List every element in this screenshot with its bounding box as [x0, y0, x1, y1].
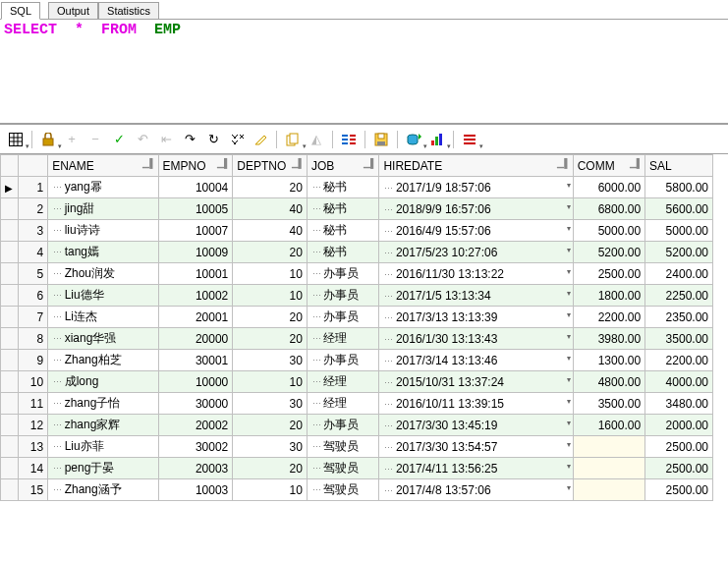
cell-hiredate[interactable]: ⋯ 2017/5/23 10:27:06	[379, 242, 573, 263]
save-button[interactable]	[371, 130, 391, 149]
cell-editor-icon[interactable]: ⋯	[383, 313, 396, 323]
cell-editor-icon[interactable]: ⋯	[311, 291, 324, 301]
cell-comm[interactable]	[573, 479, 644, 501]
cell-editor-icon[interactable]: ⋯	[52, 183, 65, 193]
cell-editor-icon[interactable]: ⋯	[311, 399, 324, 409]
redo-button[interactable]: ↷	[180, 130, 199, 149]
cell-empno[interactable]: 20001	[158, 307, 233, 328]
cell-job[interactable]: ⋯ 办事员	[307, 307, 378, 328]
cell-job[interactable]: ⋯ 秘书	[307, 198, 378, 220]
cell-editor-icon[interactable]: ⋯	[52, 269, 65, 279]
cell-hiredate[interactable]: ⋯ 2017/3/13 13:13:39	[379, 307, 573, 328]
table-row[interactable]: 15⋯ Zhang涵予1000310⋯ 驾驶员⋯ 2017/4/8 13:57:…	[1, 479, 713, 501]
cell-hiredate[interactable]: ⋯ 2017/4/11 13:56:25	[379, 458, 573, 479]
cell-editor-icon[interactable]: ⋯	[383, 249, 396, 258]
cell-job[interactable]: ⋯ 经理	[307, 393, 378, 415]
cell-comm[interactable]: 1800.00	[573, 285, 644, 307]
cell-empno[interactable]: 10007	[158, 220, 233, 242]
cell-hiredate[interactable]: ⋯ 2017/3/14 13:13:46	[379, 350, 573, 371]
cell-ename[interactable]: ⋯ peng于晏	[48, 458, 158, 479]
cell-editor-icon[interactable]: ⋯	[52, 485, 65, 495]
cell-comm[interactable]: 4800.00	[573, 371, 644, 393]
row-number[interactable]: 6	[19, 285, 48, 307]
cell-comm[interactable]: 2200.00	[573, 307, 644, 328]
row-number[interactable]: 5	[19, 263, 48, 285]
row-indicator[interactable]	[1, 393, 19, 415]
cell-comm[interactable]: 3500.00	[573, 393, 644, 415]
cell-editor-icon[interactable]: ⋯	[383, 400, 396, 410]
cell-job[interactable]: ⋯ 驾驶员	[307, 436, 378, 458]
edit-button[interactable]	[251, 130, 270, 149]
cell-ename[interactable]: ⋯ Zhang柏芝	[48, 350, 158, 371]
link-button[interactable]	[339, 130, 359, 149]
cell-ename[interactable]: ⋯ Zhou润发	[48, 263, 158, 285]
row-number[interactable]: 12	[19, 415, 48, 436]
cell-sal[interactable]: 5200.00	[645, 242, 713, 263]
cell-editor-icon[interactable]: ⋯	[383, 205, 396, 215]
cell-comm[interactable]	[573, 458, 644, 479]
row-number[interactable]: 3	[19, 220, 48, 242]
cell-job[interactable]: ⋯ 办事员	[307, 263, 378, 285]
cell-editor-icon[interactable]: ⋯	[383, 227, 396, 237]
cell-empno[interactable]: 20002	[158, 415, 233, 436]
column-header-empno[interactable]: EMPNO▁▌	[158, 155, 233, 177]
cell-comm[interactable]: 6800.00	[573, 198, 644, 220]
column-header-deptno[interactable]: DEPTNO▁▌	[233, 155, 308, 177]
row-indicator[interactable]: ▶	[1, 177, 19, 198]
column-header-hiredate[interactable]: HIREDATE▁▌	[379, 155, 573, 177]
cell-empno[interactable]: 20000	[158, 328, 233, 350]
cell-deptno[interactable]: 10	[233, 263, 308, 285]
cell-sal[interactable]: 2500.00	[645, 458, 713, 479]
row-indicator[interactable]	[1, 307, 19, 328]
cell-editor-icon[interactable]: ⋯	[383, 292, 396, 302]
tab-sql[interactable]: SQL	[1, 2, 40, 20]
cell-sal[interactable]: 2400.00	[645, 263, 713, 285]
cell-editor-icon[interactable]: ⋯	[52, 399, 65, 409]
scroll-top-button[interactable]: ◭	[307, 130, 326, 149]
cell-job[interactable]: ⋯ 秘书	[307, 242, 378, 263]
cell-sal[interactable]: 3480.00	[645, 393, 713, 415]
cell-editor-icon[interactable]: ⋯	[52, 291, 65, 301]
cell-ename[interactable]: ⋯ tang嫣	[48, 242, 158, 263]
cell-editor-icon[interactable]: ⋯	[52, 248, 65, 257]
cell-comm[interactable]: 5000.00	[573, 220, 644, 242]
table-row[interactable]: 13⋯ Liu亦菲3000230⋯ 驾驶员⋯ 2017/3/30 13:54:5…	[1, 436, 713, 458]
cell-deptno[interactable]: 20	[233, 242, 308, 263]
cell-editor-icon[interactable]: ⋯	[311, 485, 324, 495]
add-row-button[interactable]: +	[62, 130, 82, 149]
cell-hiredate[interactable]: ⋯ 2016/4/9 15:57:06	[379, 220, 573, 242]
cell-hiredate[interactable]: ⋯ 2016/10/11 13:39:15	[379, 393, 573, 415]
cell-job[interactable]: ⋯ 办事员	[307, 285, 378, 307]
commit-button[interactable]: ✓	[109, 130, 129, 149]
cell-hiredate[interactable]: ⋯ 2017/1/9 18:57:06	[379, 177, 573, 198]
column-header-sal[interactable]: SAL	[645, 155, 713, 177]
cell-hiredate[interactable]: ⋯ 2017/3/30 13:54:57	[379, 436, 573, 458]
table-row[interactable]: 9⋯ Zhang柏芝3000130⋯ 办事员⋯ 2017/3/14 13:13:…	[1, 350, 713, 371]
cell-empno[interactable]: 10003	[158, 479, 233, 501]
column-header-comm[interactable]: COMM▁▌	[573, 155, 644, 177]
cell-deptno[interactable]: 30	[233, 436, 308, 458]
cell-sal[interactable]: 5800.00	[645, 177, 713, 198]
cell-deptno[interactable]: 30	[233, 393, 308, 415]
cell-editor-icon[interactable]: ⋯	[52, 226, 65, 236]
cell-job[interactable]: ⋯ 驾驶员	[307, 479, 378, 501]
cell-comm[interactable]	[573, 436, 644, 458]
columns-button[interactable]	[460, 130, 479, 149]
cell-editor-icon[interactable]: ⋯	[383, 486, 396, 496]
cell-editor-icon[interactable]: ⋯	[52, 356, 65, 365]
cell-job[interactable]: ⋯ 经理	[307, 328, 378, 350]
cell-job[interactable]: ⋯ 秘书	[307, 220, 378, 242]
tab-output[interactable]: Output	[48, 2, 98, 20]
cell-editor-icon[interactable]: ⋯	[383, 184, 396, 194]
cell-editor-icon[interactable]: ⋯	[52, 442, 65, 452]
row-number[interactable]: 9	[19, 350, 48, 371]
row-indicator[interactable]	[1, 242, 19, 263]
cell-hiredate[interactable]: ⋯ 2016/1/30 13:13:43	[379, 328, 573, 350]
cell-editor-icon[interactable]: ⋯	[52, 204, 65, 214]
cell-ename[interactable]: ⋯ liu诗诗	[48, 220, 158, 242]
table-row[interactable]: 2⋯ jing甜1000540⋯ 秘书⋯ 2018/9/9 16:57:0668…	[1, 198, 713, 220]
chart-button[interactable]	[427, 130, 447, 149]
cell-deptno[interactable]: 10	[233, 285, 308, 307]
rollback-all-button[interactable]: ⇤	[156, 130, 176, 149]
cell-comm[interactable]: 1600.00	[573, 415, 644, 436]
